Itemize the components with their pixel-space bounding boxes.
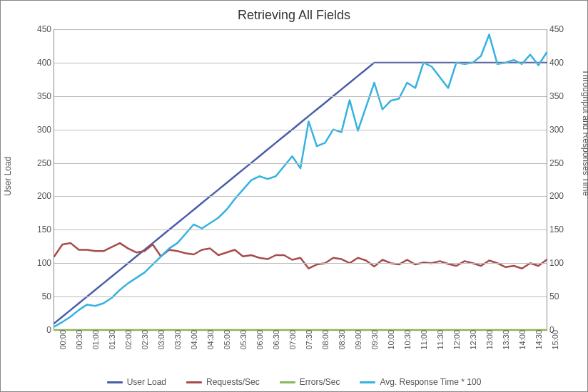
x-tick: 00:00: [59, 330, 67, 350]
legend-item: User Load: [107, 377, 166, 387]
x-tick: 14:30: [534, 330, 543, 350]
y-left-tick: 0: [46, 326, 54, 334]
x-tick: 01:30: [108, 330, 116, 350]
y-right-tick: 100: [547, 259, 564, 267]
x-tick: 03:30: [173, 330, 182, 350]
x-tick: 11:00: [420, 330, 428, 350]
x-tick: 08:00: [321, 330, 330, 350]
y-axis-left-label: User Load: [3, 157, 13, 196]
legend-swatch: [360, 381, 375, 383]
y-left-tick: 450: [37, 25, 54, 33]
y-left-tick: 250: [37, 159, 54, 167]
x-tick: 10:30: [403, 330, 412, 350]
y-right-tick: 400: [547, 58, 564, 67]
y-right-tick: 450: [547, 25, 564, 33]
x-tick: 05:30: [239, 330, 248, 350]
legend-swatch: [280, 381, 295, 383]
gridline: [54, 63, 547, 63]
legend-item: Requests/Sec: [186, 377, 260, 387]
gridline: [54, 130, 547, 130]
y-right-tick: 350: [547, 92, 564, 100]
gridline: [54, 163, 547, 164]
series-layer: [54, 29, 547, 330]
x-tick: 08:30: [338, 330, 346, 350]
x-tick: 07:00: [288, 330, 297, 350]
x-tick: 01:00: [91, 330, 100, 350]
x-tick: 07:30: [305, 330, 313, 350]
legend-swatch: [107, 381, 123, 383]
legend: User LoadRequests/SecErrors/SecAvg. Resp…: [1, 377, 587, 387]
x-tick: 03:00: [157, 330, 166, 350]
x-tick: 12:00: [452, 330, 461, 350]
x-tick: 15:00: [551, 330, 559, 350]
x-tick: 13:30: [502, 330, 510, 350]
x-tick: 09:30: [370, 330, 379, 350]
y-right-tick: 150: [547, 225, 564, 234]
legend-item: Errors/Sec: [280, 377, 340, 387]
y-left-tick: 100: [37, 259, 54, 267]
plot-area: 0050501001001501502002002502503003003503…: [54, 29, 547, 331]
legend-swatch: [186, 381, 202, 383]
y-right-tick: 50: [547, 292, 559, 301]
y-left-tick: 200: [37, 192, 54, 200]
legend-item: Avg. Response Time * 100: [360, 377, 481, 387]
gridline: [54, 96, 547, 97]
x-tick: 05:00: [223, 330, 231, 350]
gridline: [54, 296, 547, 297]
y-right-tick: 300: [547, 125, 564, 134]
chart-title: Retrieving All Fields: [1, 8, 587, 23]
x-tick: 04:00: [190, 330, 198, 350]
gridline: [54, 29, 547, 30]
legend-label: Requests/Sec: [206, 377, 260, 387]
gridline: [54, 229, 547, 230]
legend-label: Avg. Response Time * 100: [380, 377, 481, 387]
x-tick: 06:00: [255, 330, 264, 350]
x-tick: 09:00: [354, 330, 363, 350]
y-left-tick: 350: [37, 92, 54, 100]
legend-label: User Load: [127, 377, 166, 387]
x-tick: 06:30: [272, 330, 280, 350]
x-tick: 12:30: [469, 330, 477, 350]
legend-label: Errors/Sec: [300, 377, 340, 387]
y-right-tick: 200: [547, 192, 564, 200]
y-left-tick: 300: [37, 125, 54, 134]
y-right-tick: 250: [547, 159, 564, 167]
y-left-tick: 150: [37, 225, 54, 234]
x-tick: 02:30: [141, 330, 149, 350]
y-axis-right-label: Throughput and Responses Time: [581, 70, 588, 196]
x-tick: 13:00: [485, 330, 494, 350]
x-tick: 00:30: [75, 330, 83, 350]
x-tick: 04:30: [206, 330, 215, 350]
x-tick: 10:00: [387, 330, 395, 350]
series-line: [54, 35, 547, 327]
y-left-tick: 50: [42, 292, 54, 301]
x-tick: 14:00: [518, 330, 527, 350]
series-line: [54, 243, 547, 269]
chart-frame: Retrieving All Fields User Load Throughp…: [0, 0, 588, 392]
x-tick: 11:30: [436, 330, 445, 350]
y-left-tick: 400: [37, 58, 54, 67]
x-tick: 02:00: [124, 330, 133, 350]
gridline: [54, 263, 547, 264]
gridline: [54, 196, 547, 197]
